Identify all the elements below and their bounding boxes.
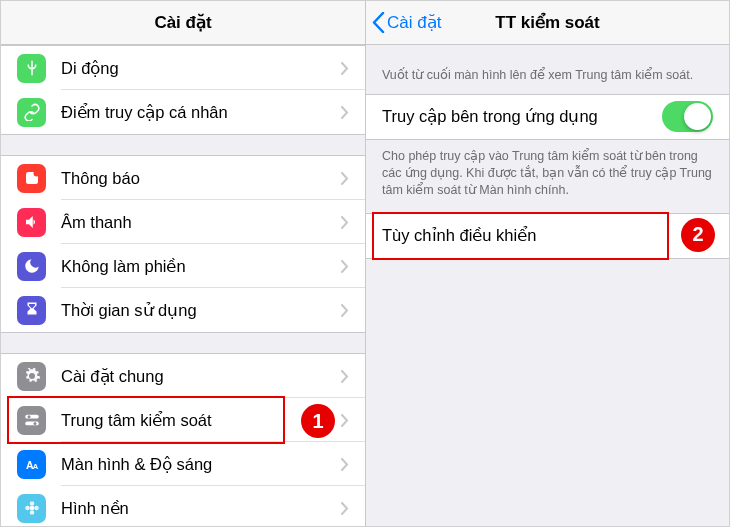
row-label: Màn hình & Độ sáng bbox=[61, 455, 341, 474]
control-center-panel: Cài đặt TT kiểm soát Vuốt từ cuối màn hì… bbox=[366, 1, 729, 526]
svg-rect-4 bbox=[25, 422, 39, 426]
link-icon bbox=[17, 98, 46, 127]
section-note-swipe: Vuốt từ cuối màn hình lên để xem Trung t… bbox=[366, 45, 729, 94]
svg-point-9 bbox=[29, 501, 34, 506]
row-label: Thời gian sử dụng bbox=[61, 301, 341, 320]
row-label: Không làm phiền bbox=[61, 257, 341, 276]
svg-point-12 bbox=[34, 506, 39, 511]
switches-icon bbox=[17, 406, 46, 435]
gear-icon bbox=[17, 362, 46, 391]
settings-group-connectivity: Di động Điểm truy cập cá nhân bbox=[1, 45, 365, 135]
step-badge-2: 2 bbox=[681, 218, 715, 252]
row-hotspot[interactable]: Điểm truy cập cá nhân bbox=[1, 90, 365, 134]
page-title: Cài đặt bbox=[154, 12, 211, 33]
navbar-right: Cài đặt TT kiểm soát bbox=[366, 1, 729, 45]
back-button[interactable]: Cài đặt bbox=[372, 1, 441, 44]
customize-group: Tùy chỉnh điều khiển 2 bbox=[366, 213, 729, 259]
svg-point-11 bbox=[25, 506, 30, 511]
step-badge-1: 1 bbox=[301, 404, 335, 438]
back-label: Cài đặt bbox=[387, 12, 441, 33]
access-group: Truy cập bên trong ứng dụng bbox=[366, 94, 729, 140]
chevron-right-icon bbox=[341, 502, 349, 515]
settings-panel: Cài đặt Di động Điểm truy cập cá nhân bbox=[1, 1, 366, 526]
switch-access-within-apps[interactable] bbox=[662, 101, 713, 132]
row-wallpaper[interactable]: Hình nền bbox=[1, 486, 365, 526]
row-label: Điểm truy cập cá nhân bbox=[61, 103, 341, 122]
row-label: Âm thanh bbox=[61, 213, 341, 232]
switch-knob bbox=[684, 103, 711, 130]
row-label: Trung tâm kiểm soát bbox=[61, 411, 341, 430]
chevron-right-icon bbox=[341, 216, 349, 229]
svg-point-3 bbox=[27, 415, 30, 418]
chevron-right-icon bbox=[341, 370, 349, 383]
settings-group-general: Cài đặt chung Trung tâm kiểm soát AA Màn… bbox=[1, 353, 365, 526]
sound-icon bbox=[17, 208, 46, 237]
chevron-right-icon bbox=[341, 260, 349, 273]
chevron-right-icon bbox=[341, 458, 349, 471]
row-label: Tùy chỉnh điều khiển bbox=[382, 226, 705, 245]
section-note-access: Cho phép truy cập vào Trung tâm kiểm soá… bbox=[366, 140, 729, 207]
chevron-right-icon bbox=[341, 304, 349, 317]
row-label: Di động bbox=[61, 59, 341, 78]
svg-point-1 bbox=[33, 171, 39, 177]
row-sounds[interactable]: Âm thanh bbox=[1, 200, 365, 244]
settings-group-notifications: Thông báo Âm thanh Không làm phiền bbox=[1, 155, 365, 333]
chevron-right-icon bbox=[341, 172, 349, 185]
row-display[interactable]: AA Màn hình & Độ sáng bbox=[1, 442, 365, 486]
svg-rect-2 bbox=[25, 415, 39, 419]
flower-icon bbox=[17, 494, 46, 523]
chevron-left-icon bbox=[372, 12, 385, 33]
svg-point-5 bbox=[33, 422, 36, 425]
chevron-right-icon bbox=[341, 106, 349, 119]
row-label: Cài đặt chung bbox=[61, 367, 341, 386]
svg-point-10 bbox=[29, 510, 34, 515]
chevron-right-icon bbox=[341, 62, 349, 75]
row-access-within-apps[interactable]: Truy cập bên trong ứng dụng bbox=[366, 95, 729, 139]
moon-icon bbox=[17, 252, 46, 281]
screenshot-container: Cài đặt Di động Điểm truy cập cá nhân bbox=[0, 0, 730, 527]
row-cellular[interactable]: Di động bbox=[1, 46, 365, 90]
row-label: Hình nền bbox=[61, 499, 341, 518]
chevron-right-icon bbox=[341, 414, 349, 427]
svg-text:A: A bbox=[32, 462, 38, 471]
notification-icon bbox=[17, 164, 46, 193]
row-screentime[interactable]: Thời gian sử dụng bbox=[1, 288, 365, 332]
row-notifications[interactable]: Thông báo bbox=[1, 156, 365, 200]
row-dnd[interactable]: Không làm phiền bbox=[1, 244, 365, 288]
svg-point-8 bbox=[29, 506, 34, 511]
row-label: Thông báo bbox=[61, 169, 341, 188]
navbar-left: Cài đặt bbox=[1, 1, 365, 45]
row-label: Truy cập bên trong ứng dụng bbox=[382, 107, 662, 126]
text-size-icon: AA bbox=[17, 450, 46, 479]
row-customize-controls[interactable]: Tùy chỉnh điều khiển bbox=[366, 214, 729, 258]
antenna-icon bbox=[17, 54, 46, 83]
row-general[interactable]: Cài đặt chung bbox=[1, 354, 365, 398]
hourglass-icon bbox=[17, 296, 46, 325]
page-title: TT kiểm soát bbox=[495, 12, 599, 33]
